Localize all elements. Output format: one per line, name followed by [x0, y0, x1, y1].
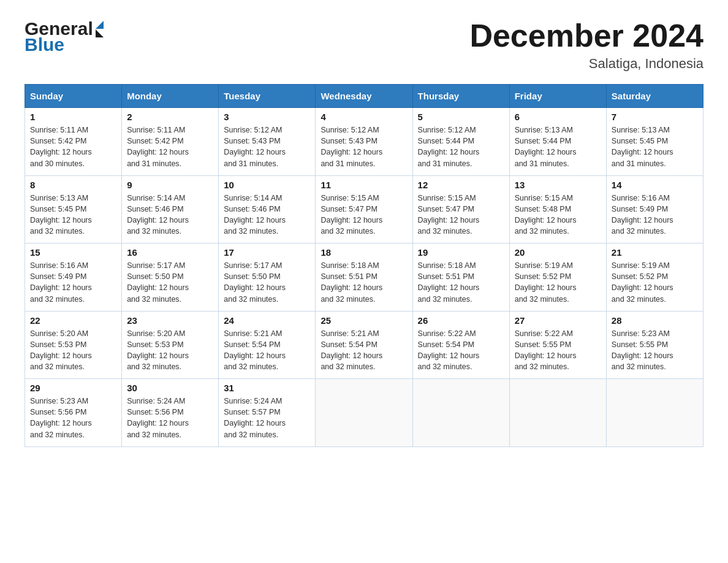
- week-row-2: 8Sunrise: 5:13 AMSunset: 5:45 PMDaylight…: [25, 175, 703, 243]
- day-info: Sunrise: 5:16 AMSunset: 5:49 PMDaylight:…: [612, 193, 698, 237]
- day-info: Sunrise: 5:23 AMSunset: 5:55 PMDaylight:…: [612, 328, 698, 373]
- day-info: Sunrise: 5:15 AMSunset: 5:47 PMDaylight:…: [418, 193, 504, 237]
- calendar-cell: 3Sunrise: 5:12 AMSunset: 5:43 PMDaylight…: [219, 108, 316, 176]
- day-info: Sunrise: 5:20 AMSunset: 5:53 PMDaylight:…: [30, 328, 116, 373]
- day-info: Sunrise: 5:12 AMSunset: 5:43 PMDaylight:…: [320, 124, 407, 169]
- day-info: Sunrise: 5:12 AMSunset: 5:44 PMDaylight:…: [418, 124, 504, 169]
- day-info: Sunrise: 5:21 AMSunset: 5:54 PMDaylight:…: [320, 328, 407, 373]
- week-row-5: 29Sunrise: 5:23 AMSunset: 5:56 PMDayligh…: [25, 379, 703, 447]
- day-number: 29: [30, 383, 116, 393]
- calendar-cell: 23Sunrise: 5:20 AMSunset: 5:53 PMDayligh…: [122, 311, 219, 379]
- calendar-cell: 25Sunrise: 5:21 AMSunset: 5:54 PMDayligh…: [316, 311, 412, 379]
- calendar-cell: 18Sunrise: 5:18 AMSunset: 5:51 PMDayligh…: [316, 243, 412, 312]
- calendar-cell: 22Sunrise: 5:20 AMSunset: 5:53 PMDayligh…: [25, 311, 122, 379]
- calendar-cell: 11Sunrise: 5:15 AMSunset: 5:47 PMDayligh…: [316, 175, 412, 243]
- day-number: 7: [612, 112, 698, 122]
- day-info: Sunrise: 5:12 AMSunset: 5:43 PMDaylight:…: [224, 124, 310, 169]
- day-number: 19: [418, 247, 504, 258]
- day-number: 12: [418, 180, 504, 190]
- day-info: Sunrise: 5:14 AMSunset: 5:46 PMDaylight:…: [224, 193, 310, 237]
- day-number: 31: [224, 383, 310, 393]
- day-number: 22: [30, 315, 116, 326]
- calendar-cell: 9Sunrise: 5:14 AMSunset: 5:46 PMDaylight…: [122, 175, 219, 243]
- header-friday: Friday: [509, 85, 606, 108]
- day-info: Sunrise: 5:15 AMSunset: 5:48 PMDaylight:…: [515, 193, 601, 237]
- day-info: Sunrise: 5:22 AMSunset: 5:54 PMDaylight:…: [418, 328, 504, 373]
- day-number: 30: [127, 383, 213, 393]
- day-number: 21: [612, 247, 698, 258]
- calendar-table: SundayMondayTuesdayWednesdayThursdayFrid…: [25, 84, 703, 447]
- calendar-cell: 13Sunrise: 5:15 AMSunset: 5:48 PMDayligh…: [509, 175, 606, 243]
- day-info: Sunrise: 5:20 AMSunset: 5:53 PMDaylight:…: [127, 328, 213, 373]
- day-info: Sunrise: 5:13 AMSunset: 5:45 PMDaylight:…: [30, 193, 116, 237]
- header-thursday: Thursday: [412, 85, 509, 108]
- calendar-cell: 4Sunrise: 5:12 AMSunset: 5:43 PMDaylight…: [316, 108, 412, 176]
- day-info: Sunrise: 5:13 AMSunset: 5:45 PMDaylight:…: [612, 124, 698, 169]
- calendar-cell: 10Sunrise: 5:14 AMSunset: 5:46 PMDayligh…: [219, 175, 316, 243]
- week-row-1: 1Sunrise: 5:11 AMSunset: 5:42 PMDaylight…: [25, 108, 703, 176]
- day-number: 23: [127, 315, 213, 326]
- header-sunday: Sunday: [25, 85, 122, 108]
- day-info: Sunrise: 5:14 AMSunset: 5:46 PMDaylight:…: [127, 193, 213, 237]
- day-number: 14: [612, 180, 698, 190]
- header-monday: Monday: [122, 85, 219, 108]
- day-number: 5: [418, 112, 504, 122]
- header-saturday: Saturday: [606, 85, 703, 108]
- calendar-cell: 26Sunrise: 5:22 AMSunset: 5:54 PMDayligh…: [412, 311, 509, 379]
- day-number: 25: [320, 315, 407, 326]
- day-info: Sunrise: 5:24 AMSunset: 5:56 PMDaylight:…: [127, 396, 213, 440]
- day-number: 16: [127, 247, 213, 258]
- logo-blue-text: Blue: [25, 34, 104, 55]
- week-row-4: 22Sunrise: 5:20 AMSunset: 5:53 PMDayligh…: [25, 311, 703, 379]
- day-number: 20: [515, 247, 601, 258]
- calendar-cell: 31Sunrise: 5:24 AMSunset: 5:57 PMDayligh…: [219, 379, 316, 447]
- day-number: 26: [418, 315, 504, 326]
- calendar-cell: 16Sunrise: 5:17 AMSunset: 5:50 PMDayligh…: [122, 243, 219, 312]
- day-info: Sunrise: 5:18 AMSunset: 5:51 PMDaylight:…: [418, 260, 504, 305]
- month-title: December 2024: [469, 18, 703, 53]
- day-number: 27: [515, 315, 601, 326]
- day-number: 9: [127, 180, 213, 190]
- calendar-cell: 15Sunrise: 5:16 AMSunset: 5:49 PMDayligh…: [25, 243, 122, 312]
- header-tuesday: Tuesday: [219, 85, 316, 108]
- calendar-cell: 1Sunrise: 5:11 AMSunset: 5:42 PMDaylight…: [25, 108, 122, 176]
- day-info: Sunrise: 5:11 AMSunset: 5:42 PMDaylight:…: [30, 124, 116, 169]
- day-number: 4: [320, 112, 407, 122]
- week-row-3: 15Sunrise: 5:16 AMSunset: 5:49 PMDayligh…: [25, 243, 703, 312]
- day-number: 6: [515, 112, 601, 122]
- calendar-cell: [316, 379, 412, 447]
- day-number: 11: [320, 180, 407, 190]
- day-info: Sunrise: 5:13 AMSunset: 5:44 PMDaylight:…: [515, 124, 601, 169]
- calendar-cell: 2Sunrise: 5:11 AMSunset: 5:42 PMDaylight…: [122, 108, 219, 176]
- calendar-cell: 21Sunrise: 5:19 AMSunset: 5:52 PMDayligh…: [606, 243, 703, 312]
- calendar-cell: [606, 379, 703, 447]
- location-text: Salatiga, Indonesia: [469, 56, 703, 72]
- day-number: 15: [30, 247, 116, 258]
- calendar-header: SundayMondayTuesdayWednesdayThursdayFrid…: [25, 85, 703, 108]
- header-wednesday: Wednesday: [316, 85, 412, 108]
- day-info: Sunrise: 5:17 AMSunset: 5:50 PMDaylight:…: [127, 260, 213, 305]
- day-number: 18: [320, 247, 407, 258]
- logo: General Blue: [25, 18, 104, 55]
- page-header: General Blue December 2024 Salatiga, Ind…: [25, 18, 703, 72]
- calendar-cell: 8Sunrise: 5:13 AMSunset: 5:45 PMDaylight…: [25, 175, 122, 243]
- calendar-cell: 27Sunrise: 5:22 AMSunset: 5:55 PMDayligh…: [509, 311, 606, 379]
- day-info: Sunrise: 5:17 AMSunset: 5:50 PMDaylight:…: [224, 260, 310, 305]
- day-number: 24: [224, 315, 310, 326]
- calendar-cell: [509, 379, 606, 447]
- day-info: Sunrise: 5:24 AMSunset: 5:57 PMDaylight:…: [224, 396, 310, 440]
- day-number: 28: [612, 315, 698, 326]
- day-number: 2: [127, 112, 213, 122]
- day-info: Sunrise: 5:18 AMSunset: 5:51 PMDaylight:…: [320, 260, 407, 305]
- calendar-body: 1Sunrise: 5:11 AMSunset: 5:42 PMDaylight…: [25, 108, 703, 447]
- day-info: Sunrise: 5:16 AMSunset: 5:49 PMDaylight:…: [30, 260, 116, 305]
- day-number: 1: [30, 112, 116, 122]
- day-number: 3: [224, 112, 310, 122]
- day-info: Sunrise: 5:11 AMSunset: 5:42 PMDaylight:…: [127, 124, 213, 169]
- day-info: Sunrise: 5:23 AMSunset: 5:56 PMDaylight:…: [30, 396, 116, 440]
- day-info: Sunrise: 5:21 AMSunset: 5:54 PMDaylight:…: [224, 328, 310, 373]
- day-info: Sunrise: 5:22 AMSunset: 5:55 PMDaylight:…: [515, 328, 601, 373]
- day-info: Sunrise: 5:15 AMSunset: 5:47 PMDaylight:…: [320, 193, 407, 237]
- header-row: SundayMondayTuesdayWednesdayThursdayFrid…: [25, 85, 703, 108]
- calendar-cell: 29Sunrise: 5:23 AMSunset: 5:56 PMDayligh…: [25, 379, 122, 447]
